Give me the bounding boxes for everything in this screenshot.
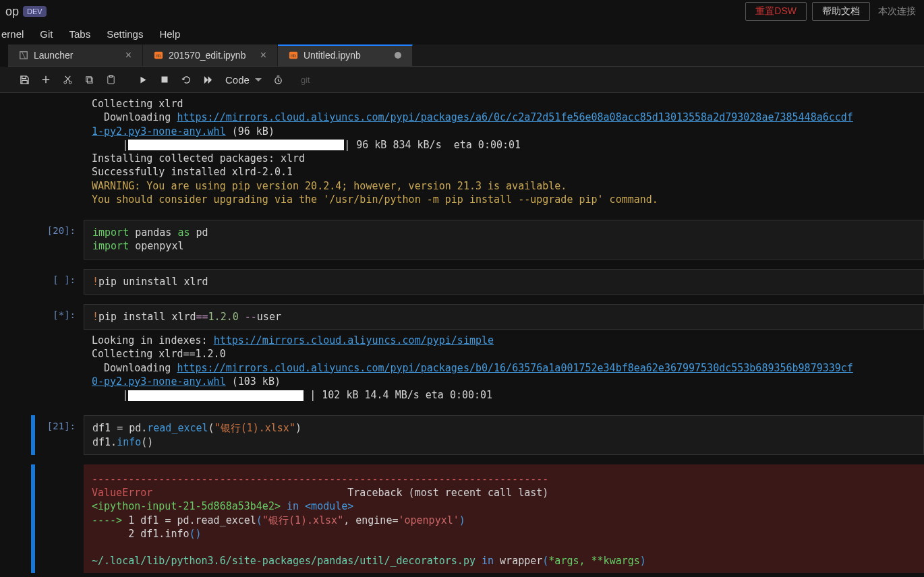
svg-point-6 (69, 81, 71, 84)
tab-notebook-2[interactable]: nb Untitled.ipynb (278, 44, 413, 66)
tab-label: Launcher (34, 50, 120, 61)
top-bar: op DEV 重置DSW 帮助文档 本次连接 (0, 0, 924, 23)
notebook-icon: nb (289, 51, 298, 60)
stop-button[interactable] (155, 71, 174, 88)
svg-rect-7 (86, 76, 91, 82)
cell-type-dropdown[interactable]: Code (220, 71, 266, 88)
app-logo-text: op (5, 5, 19, 19)
paste-button[interactable] (101, 71, 120, 88)
launcher-icon (19, 51, 28, 60)
tab-notebook-1[interactable]: nb 201570_edit.ipynb × (143, 44, 278, 66)
menu-tabs[interactable]: Tabs (69, 28, 91, 40)
svg-text:nb: nb (291, 53, 296, 58)
tab-bar: Launcher × nb 201570_edit.ipynb × nb Unt… (8, 44, 924, 67)
notebook-toolbar: Code git (0, 67, 924, 93)
svg-rect-11 (162, 77, 168, 83)
menu-settings[interactable]: Settings (107, 28, 143, 40)
progress-bar (128, 140, 344, 150)
restart-button[interactable] (177, 71, 196, 88)
notebook-icon: nb (154, 51, 163, 60)
svg-text:nb: nb (156, 53, 161, 58)
tab-label: 201570_edit.ipynb (169, 50, 255, 61)
code-cell[interactable]: df1 = pd.read_excel("银行(1).xlsx") df1.in… (84, 415, 924, 455)
connection-status: 本次连接 (875, 5, 919, 18)
code-cell[interactable]: !pip install xlrd==1.2.0 --user (84, 304, 924, 330)
help-docs-button[interactable]: 帮助文档 (812, 2, 870, 21)
menu-help[interactable]: Help (159, 28, 180, 40)
git-label: git (301, 75, 310, 85)
cut-button[interactable] (58, 71, 77, 88)
menu-kernel[interactable]: ernel (1, 28, 24, 40)
error-output: ----------------------------------------… (84, 464, 924, 573)
close-icon[interactable]: × (125, 50, 132, 61)
run-all-button[interactable] (198, 71, 217, 88)
progress-bar (128, 390, 304, 401)
save-button[interactable] (15, 71, 34, 88)
dev-badge: DEV (23, 6, 47, 17)
output-prompt (23, 93, 84, 210)
copy-button[interactable] (80, 71, 98, 88)
cell-type-select[interactable]: Code (220, 71, 266, 88)
insert-cell-button[interactable] (36, 71, 55, 88)
reset-dsw-button[interactable]: 重置DSW (745, 2, 807, 21)
svg-point-5 (63, 81, 66, 84)
run-button[interactable] (134, 71, 152, 88)
code-cell[interactable]: !pip uninstall xlrd (84, 269, 924, 295)
input-prompt: [20]: (23, 220, 84, 260)
timing-button[interactable] (268, 71, 287, 88)
output-prompt (23, 330, 84, 406)
notebook-body[interactable]: Collecting xlrd Downloading https://mirr… (0, 93, 924, 573)
tab-label: Untitled.ipynb (304, 50, 389, 61)
menu-git[interactable]: Git (40, 28, 53, 40)
code-cell[interactable]: import pandas as pd import openpyxl (84, 220, 924, 260)
menu-bar: ernel Git Tabs Settings Help (0, 23, 924, 44)
dirty-indicator-icon (395, 52, 401, 59)
output-area: Looking in indexes: https://mirrors.clou… (84, 330, 924, 406)
input-prompt: [ ]: (23, 269, 84, 295)
input-prompt: [*]: (23, 304, 84, 330)
output-area: Collecting xlrd Downloading https://mirr… (84, 93, 924, 210)
svg-rect-8 (87, 78, 92, 83)
tab-launcher[interactable]: Launcher × (8, 44, 143, 66)
close-icon[interactable]: × (260, 50, 266, 61)
